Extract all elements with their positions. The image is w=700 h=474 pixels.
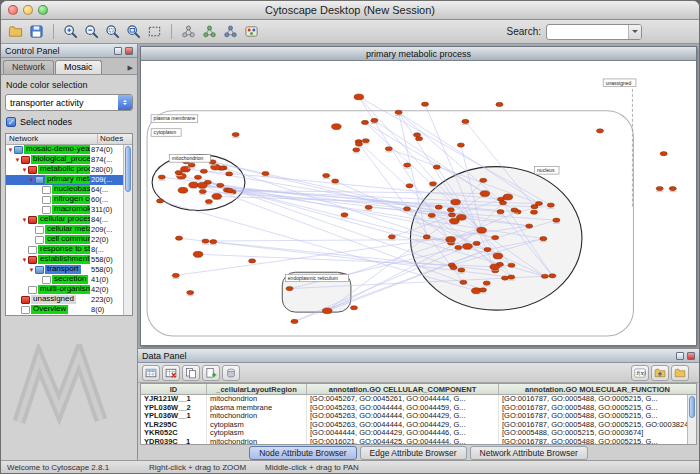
hide-selected-icon[interactable] (179, 22, 198, 41)
copy-table-icon[interactable] (182, 365, 200, 381)
search-dropdown-icon[interactable] (628, 25, 641, 39)
open-attribute-file-icon[interactable] (671, 365, 689, 381)
table-row[interactable]: YPL036W__1mitochondrion[GO:0045263, GO:0… (141, 412, 696, 421)
import-attributes-icon[interactable] (651, 365, 669, 381)
vizmapper-icon[interactable] (242, 22, 261, 41)
zoom-window-button[interactable] (38, 5, 48, 15)
new-attribute-icon[interactable] (202, 365, 220, 381)
search-input[interactable] (547, 27, 628, 37)
select-nodes-checkbox[interactable]: ✓ (6, 117, 16, 127)
tree-row-establishment-of-l[interactable]: ▼establishment of l558(0) (6, 255, 123, 265)
minimize-window-button[interactable] (23, 5, 33, 15)
folder-icon (35, 176, 44, 184)
document-icon (21, 306, 30, 314)
tree-row-cellular-metabo[interactable]: cellular metabo209(... (6, 225, 123, 235)
expand-arrow-icon[interactable]: ▼ (28, 175, 35, 185)
window-titlebar[interactable]: Cytoscape Desktop (New Session) (1, 1, 699, 20)
zoom-fit-icon[interactable] (124, 22, 143, 41)
zoom-out-icon[interactable] (82, 22, 101, 41)
tree-row-cellular-process[interactable]: ▼cellular process84(... (6, 215, 123, 225)
column-header[interactable]: ID (141, 384, 207, 394)
tab-network[interactable]: Network (3, 60, 54, 74)
tab-scroll-right-icon[interactable]: ▶ (128, 64, 135, 74)
control-panel-filler (5, 316, 133, 460)
zoom-in-icon[interactable] (61, 22, 80, 41)
cell-id: YDR039C__1 (141, 438, 207, 444)
tree-label: macromolecule (52, 205, 90, 215)
expand-arrow-icon[interactable]: ▼ (21, 255, 28, 265)
control-panel-titlebar: Control Panel (1, 44, 137, 58)
control-panel-tab-bar: NetworkMosaic ▶ (1, 58, 137, 75)
tree-column-network[interactable]: Network (6, 134, 98, 144)
cell-function: [GO:0005488, GO:0005215, GO:0003674] (499, 429, 696, 438)
node-count: 558(0) (90, 265, 123, 275)
cell-function: [GO:0016787, GO:0005488, GO:0005215, G..… (499, 395, 696, 404)
show-all-icon[interactable] (200, 22, 219, 41)
tree-row-transport[interactable]: ▼transport558(0) (6, 265, 123, 275)
float-panel-icon[interactable] (114, 47, 122, 55)
tree-row-unassigned[interactable]: unassigned223(0) (6, 295, 123, 305)
table-row[interactable]: YDR039C__1mitochondrion[GO:0016021, GO:0… (141, 438, 696, 444)
tree-scrollbar-thumb[interactable] (125, 146, 131, 192)
tree-row-primary-metabolic-process[interactable]: ▼primary metabolic process209(... (6, 175, 123, 185)
network-canvas[interactable]: plasma membranecytoplasmmitochondrionnuc… (141, 61, 696, 345)
expand-arrow-icon[interactable]: ▼ (14, 155, 21, 165)
attribute-browser-tabs: Node Attribute BrowserEdge Attribute Bro… (138, 445, 699, 460)
new-network-from-selection-icon[interactable] (221, 22, 240, 41)
select-region-icon[interactable] (145, 22, 164, 41)
tree-row-overview[interactable]: Overview8(0) (6, 305, 123, 315)
tree-row-multi-organism-pro[interactable]: multi-organism pro42(0) (6, 285, 123, 295)
open-session-icon[interactable] (6, 22, 25, 41)
svg-text:f(x): f(x) (636, 370, 646, 376)
tree-row-macromolecule[interactable]: macromolecule311(0) (6, 205, 123, 215)
close-panel-icon[interactable] (687, 352, 695, 360)
svg-text:unassigned: unassigned (606, 80, 632, 86)
tab-mosaic[interactable]: Mosaic (55, 60, 102, 74)
tab-edge-attribute-browser[interactable]: Edge Attribute Browser (360, 446, 467, 460)
close-panel-icon[interactable] (125, 47, 133, 55)
data-panel-toolbar-right: f(x) (631, 365, 695, 381)
float-panel-icon[interactable] (676, 352, 684, 360)
table-scrollbar[interactable] (687, 395, 696, 444)
tab-network-attribute-browser[interactable]: Network Attribute Browser (470, 446, 588, 460)
tree-row-nucleobase[interactable]: nucleobase64(... (6, 185, 123, 195)
cell-id: YPL036W__2 (141, 404, 207, 413)
tree-scrollbar[interactable] (123, 145, 132, 315)
node-count: 874(... (90, 155, 123, 165)
tree-column-nodes[interactable]: Nodes (98, 134, 132, 144)
column-header[interactable]: _cellularLayoutRegion (207, 384, 307, 394)
expand-arrow-icon[interactable]: ▼ (21, 215, 28, 225)
formula-builder-icon[interactable]: f(x) (631, 365, 649, 381)
tree-row-metabolic-process[interactable]: ▼metabolic process280(0) (6, 165, 123, 175)
table-row[interactable]: YLR295Ccytoplasm[GO:0045263, GO:0044444,… (141, 421, 696, 430)
unselect-attributes-icon[interactable] (162, 365, 180, 381)
expand-arrow-icon[interactable]: ▼ (7, 145, 14, 155)
color-attribute-dropdown[interactable]: transporter activity (5, 94, 133, 111)
close-window-button[interactable] (8, 5, 18, 15)
dropdown-arrows-icon (118, 95, 132, 110)
expand-arrow-icon[interactable]: ▼ (28, 265, 35, 275)
tree-row-nitrogen-compo[interactable]: nitrogen compo60(... (6, 195, 123, 205)
column-header[interactable]: annotation.GO CELLULAR_COMPONENT (307, 384, 499, 394)
network-frame[interactable]: primary metabolic process plasma membran… (140, 46, 697, 346)
tree-row-cell-communica[interactable]: cell communica22(0) (6, 235, 123, 245)
delete-attribute-icon[interactable] (222, 365, 240, 381)
tab-node-attribute-browser[interactable]: Node Attribute Browser (249, 446, 356, 460)
zoom-selected-icon[interactable] (103, 22, 122, 41)
tree-row-mosaic-demo-yeast[interactable]: ▼mosaic-demo-yeast874(0) (6, 145, 123, 155)
table-row[interactable]: YJR121W__1mitochondrion[GO:0045267, GO:0… (141, 395, 696, 404)
tree-row-response-to-stimu[interactable]: response to stimu8(... (6, 245, 123, 255)
tree-label: Overview (31, 305, 90, 315)
network-frame-title[interactable]: primary metabolic process (141, 47, 696, 61)
save-session-icon[interactable] (27, 22, 46, 41)
tree-row-secretion[interactable]: secretion41(0) (6, 275, 123, 285)
select-attributes-icon[interactable] (142, 365, 160, 381)
expand-arrow-icon[interactable]: ▼ (21, 165, 28, 175)
table-scrollbar-thumb[interactable] (689, 396, 695, 418)
tree-row-biological-process[interactable]: ▼biological_process874(... (6, 155, 123, 165)
column-header[interactable]: annotation.GO MOLECULAR_FUNCTION (499, 384, 696, 394)
toolbar-separator (171, 24, 172, 39)
table-row[interactable]: YKR052Ccytoplasm[GO:0044444, GO:0044429,… (141, 429, 696, 438)
table-row[interactable]: YPL036W__2plasma membrane[GO:0045263, GO… (141, 404, 696, 413)
select-nodes-label: Select nodes (20, 117, 72, 127)
